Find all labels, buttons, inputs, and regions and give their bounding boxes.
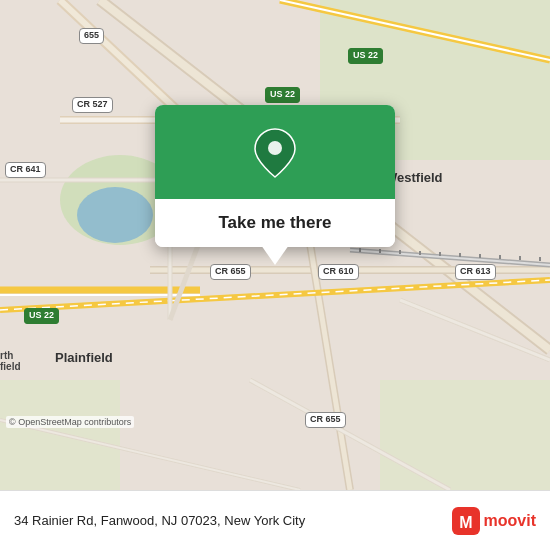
svg-rect-4 — [380, 380, 550, 490]
popup-pointer — [261, 245, 289, 265]
road-label-cr655-1: CR 655 — [210, 264, 251, 280]
moovit-logo: M moovit — [452, 507, 536, 535]
popup-header — [155, 105, 395, 199]
plainfield-label: Plainfield — [55, 350, 113, 365]
location-popup: Take me there — [155, 105, 395, 247]
road-label-us22-2: US 22 — [265, 87, 300, 103]
road-label-cr613: CR 613 — [455, 264, 496, 280]
svg-point-5 — [77, 187, 153, 243]
address-text: 34 Rainier Rd, Fanwood, NJ 07023, New Yo… — [14, 513, 305, 528]
svg-point-45 — [268, 141, 282, 155]
road-label-cr610: CR 610 — [318, 264, 359, 280]
road-label-cr655-2: CR 655 — [305, 412, 346, 428]
road-label-cr641: CR 641 — [5, 162, 46, 178]
road-label-us22-1: US 22 — [348, 48, 383, 64]
road-label-us22-3: US 22 — [24, 308, 59, 324]
road-label-655: 655 — [79, 28, 104, 44]
osm-attribution: © OpenStreetMap contributors — [6, 416, 134, 428]
moovit-icon: M — [452, 507, 480, 535]
location-pin-icon — [253, 127, 297, 179]
take-me-there-button[interactable]: Take me there — [155, 199, 395, 247]
moovit-text: moovit — [484, 512, 536, 530]
north-field-label: rthfield — [0, 350, 21, 372]
road-label-cr527: CR 527 — [72, 97, 113, 113]
svg-text:M: M — [459, 514, 472, 531]
bottom-bar: 34 Rainier Rd, Fanwood, NJ 07023, New Yo… — [0, 490, 550, 550]
